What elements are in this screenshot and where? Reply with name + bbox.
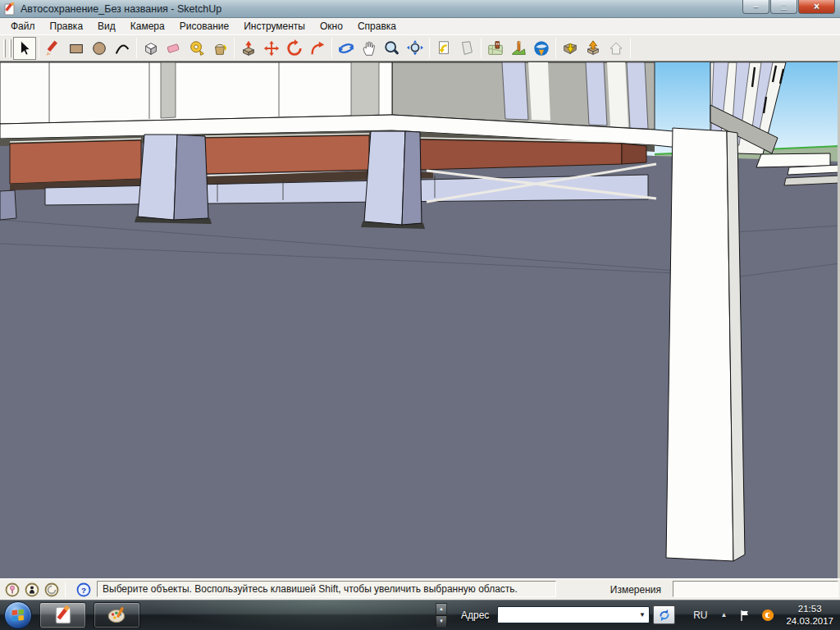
next-view-tool-icon [458, 39, 476, 57]
action-center-flag-icon[interactable] [738, 609, 751, 622]
rotate-tool-button[interactable] [283, 37, 306, 60]
arc-tool-button[interactable] [111, 37, 134, 60]
clock[interactable]: 21:53 24.03.2017 [786, 603, 833, 628]
claim-credit-icon[interactable] [25, 582, 39, 597]
language-indicator[interactable]: RU [693, 609, 707, 621]
follow-me-tool-button[interactable] [306, 37, 329, 60]
eraser-tool-button[interactable] [162, 37, 185, 60]
toolbar-separator [136, 38, 137, 58]
menu-Окно[interactable]: Окно [313, 18, 350, 34]
brick-panel [10, 140, 141, 184]
share-component-tool-button[interactable] [605, 37, 628, 60]
google-earth-tool-icon [532, 39, 550, 57]
add-location-tool-button[interactable] [484, 37, 507, 60]
rectangle-tool-button[interactable] [65, 37, 88, 60]
main-toolbar [0, 34, 840, 62]
scroll-up-button[interactable]: ▲ [436, 603, 447, 615]
next-view-tool-button[interactable] [455, 37, 478, 60]
corner-pillar-face [666, 128, 733, 561]
toolbar-separator [331, 38, 332, 58]
geolocation-status-icon[interactable] [5, 582, 20, 597]
svg-text:?: ? [81, 585, 86, 594]
get-models-tool-button[interactable] [559, 37, 582, 60]
toggle-terrain-tool-icon [509, 39, 527, 57]
hidden-icons-button[interactable]: ▲ [721, 611, 728, 619]
move-tool-button[interactable] [260, 37, 283, 60]
share-component-tool-icon [607, 39, 625, 57]
taskbar: ▲ ▼ Адрес ▼ RU ▲ [0, 600, 840, 630]
scroll-down-button[interactable]: ▼ [436, 615, 447, 628]
previous-view-tool-button[interactable] [432, 37, 455, 60]
refresh-icon [657, 608, 672, 623]
make-component-tool-button[interactable] [139, 37, 162, 60]
slab-pilaster [627, 62, 648, 129]
menu-Рисование[interactable]: Рисование [172, 18, 236, 34]
measurements-label: Измерения [610, 584, 661, 596]
3d-viewport[interactable] [0, 62, 840, 578]
tape-measure-tool-button[interactable] [185, 37, 208, 60]
pan-tool-button[interactable] [358, 37, 381, 60]
minimize-button[interactable]: − [742, 0, 769, 14]
arc-tool-icon [113, 39, 131, 57]
toolbar-separator [481, 38, 482, 58]
select-tool-button[interactable] [13, 37, 36, 60]
previous-view-tool-icon [435, 39, 453, 57]
column-face [138, 135, 177, 220]
menu-Инструменты[interactable]: Инструменты [236, 18, 313, 34]
wall-pilaster [161, 62, 176, 118]
google-earth-tool-button[interactable] [530, 37, 553, 60]
toolbar-grip[interactable] [9, 39, 11, 57]
measurements-input[interactable] [673, 581, 838, 597]
toolbar-scroller: ▲ ▼ [436, 603, 447, 628]
tape-measure-tool-icon [188, 39, 206, 57]
address-combobox[interactable]: ▼ [497, 606, 650, 623]
toolbar-separator [429, 38, 430, 58]
column-face [364, 131, 405, 225]
wall-pilaster [351, 62, 379, 116]
circle-tool-button[interactable] [88, 37, 111, 60]
start-button[interactable] [4, 601, 32, 629]
toolbar-grip[interactable] [3, 39, 6, 57]
help-icon[interactable]: ? [76, 582, 91, 597]
close-button[interactable]: × [798, 0, 835, 14]
status-bar: ? Выберите объекты. Воспользуйтесь клави… [0, 578, 840, 600]
menu-Камера[interactable]: Камера [123, 18, 172, 34]
toggle-terrain-tool-button[interactable] [507, 37, 530, 60]
sketchup-document-icon [3, 2, 16, 16]
antivirus-tray-icon[interactable] [761, 609, 774, 622]
brick-panel [205, 135, 369, 174]
taskbar-paint-button[interactable] [94, 602, 140, 628]
orbit-tool-button[interactable] [335, 37, 358, 60]
clock-date: 24.03.2017 [786, 615, 833, 628]
statusbar-divider [65, 582, 66, 597]
model-status-icon[interactable] [44, 582, 59, 597]
toolbar-buttons [13, 37, 633, 60]
paint-app-icon [107, 605, 128, 626]
zoom-tool-button[interactable] [381, 37, 404, 60]
slab-white-strip [607, 62, 628, 127]
menu-Правка[interactable]: Правка [43, 18, 91, 34]
follow-me-tool-icon [308, 39, 326, 57]
statusbar-icons [0, 582, 59, 597]
taskbar-sketchup-button[interactable] [39, 602, 86, 628]
paint-bucket-tool-button[interactable] [208, 37, 231, 60]
share-model-tool-button[interactable] [582, 37, 605, 60]
menu-bar: ФайлПравкаВидКамераРисованиеИнструментыО… [0, 18, 840, 34]
zoom-extents-tool-button[interactable] [404, 37, 427, 60]
restore-button[interactable]: □ [770, 0, 797, 14]
push-pull-tool-button[interactable] [237, 37, 260, 60]
toolbar-separator [39, 38, 39, 58]
slab-pilaster [586, 62, 607, 126]
menu-Вид[interactable]: Вид [90, 18, 123, 34]
slab-pilaster [502, 62, 528, 120]
menu-Файл[interactable]: Файл [3, 18, 43, 34]
line-tool-button[interactable] [42, 37, 65, 60]
status-hint: Выберите объекты. Воспользуйтесь клавише… [97, 581, 556, 597]
menu-Справка[interactable]: Справка [350, 18, 404, 34]
rectangle-tool-icon [67, 39, 85, 57]
address-input[interactable] [498, 608, 635, 622]
chevron-down-icon[interactable]: ▼ [635, 607, 649, 623]
address-go-button[interactable] [653, 605, 675, 624]
paint-bucket-tool-icon [211, 39, 229, 57]
title-bar: Автосохранение_Без названия - SketchUp −… [0, 0, 840, 18]
